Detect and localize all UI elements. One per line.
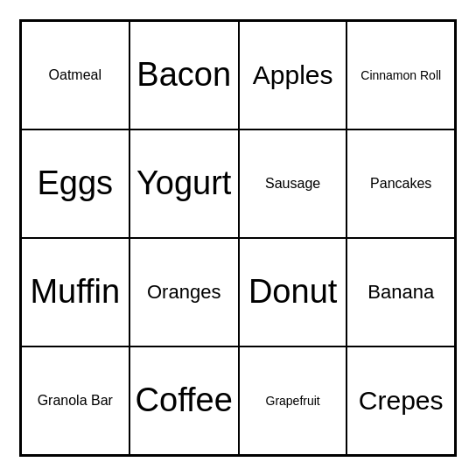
bingo-cell-r2c3: Banana	[346, 238, 455, 346]
bingo-cell-r0c1: Bacon	[130, 21, 239, 130]
bingo-cell-r0c3: Cinnamon Roll	[346, 21, 455, 130]
bingo-cell-r2c1: Oranges	[130, 238, 239, 346]
bingo-cell-r3c1: Coffee	[130, 346, 239, 455]
bingo-cell-r3c0: Granola Bar	[21, 346, 130, 455]
bingo-cell-r1c0: Eggs	[21, 130, 130, 238]
bingo-cell-r1c1: Yogurt	[130, 130, 239, 238]
bingo-cell-r1c2: Sausage	[239, 130, 347, 238]
bingo-cell-r0c2: Apples	[239, 21, 347, 130]
bingo-cell-r2c2: Donut	[239, 238, 347, 346]
bingo-cell-r3c2: Grapefruit	[239, 346, 347, 455]
bingo-cell-r3c3: Crepes	[346, 346, 455, 455]
bingo-cell-r1c3: Pancakes	[346, 130, 455, 238]
bingo-cell-r0c0: Oatmeal	[21, 21, 130, 130]
bingo-cell-r2c0: Muffin	[21, 238, 130, 346]
bingo-grid: OatmealBaconApplesCinnamon RollEggsYogur…	[19, 19, 457, 457]
